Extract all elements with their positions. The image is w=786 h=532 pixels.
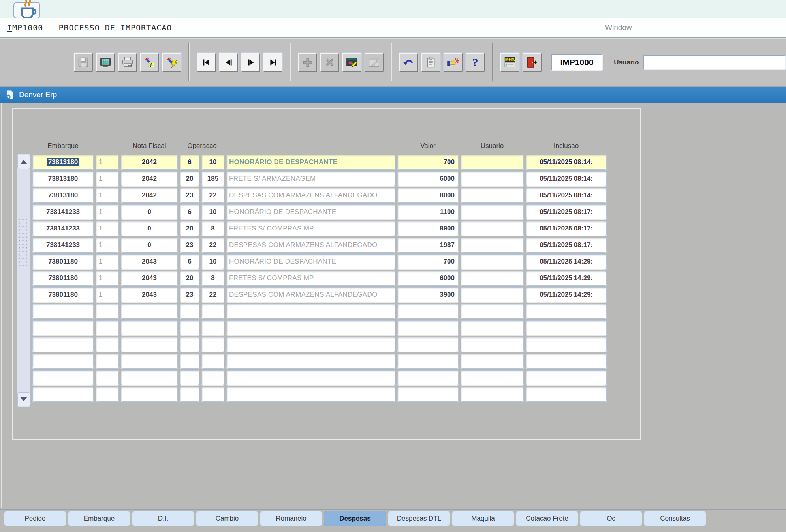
grid-cell-valor[interactable]: 1100 [397,204,459,219]
grid-cell-usuario[interactable] [461,171,524,186]
grid-cell-seq[interactable]: 1 [96,155,119,170]
tab-romaneio[interactable]: Romaneio [260,511,322,526]
grid-cell-embarque[interactable]: 738141233 [32,204,94,219]
grid-cell-seq[interactable]: 1 [96,254,119,269]
print-button[interactable] [118,53,137,72]
grid-cell-op1[interactable]: 20 [180,221,199,236]
grid-cell-op1[interactable]: 23 [180,287,199,302]
tab-d-i[interactable]: D.I. [132,511,194,526]
grid-cell-seq[interactable]: 1 [96,171,119,186]
last-record-button[interactable] [263,53,282,72]
scrollbar-thumb[interactable] [18,218,28,268]
grid-cell-nota-fiscal[interactable]: 2042 [121,188,178,203]
help-button[interactable]: ? [466,53,485,72]
grid-cell-empty[interactable] [121,370,178,385]
lock-record-button[interactable] [365,53,384,72]
grid-cell-empty[interactable] [96,337,119,352]
grid-cell-usuario[interactable] [461,155,524,170]
grid-cell-empty[interactable] [526,304,607,319]
grid-cell-seq[interactable]: 1 [96,271,119,286]
grid-cell-inclusao[interactable]: 05/11/2025 08:14: [526,171,607,186]
grid-cell-inclusao[interactable]: 05/11/2025 08:17: [526,204,607,219]
grid-cell-valor[interactable]: 6000 [397,171,459,186]
grid-cell-seq[interactable]: 1 [96,188,119,203]
grid-cell-op1[interactable]: 20 [180,171,199,186]
grid-cell-embarque[interactable]: 73813180 [32,171,94,186]
execute-query-button[interactable] [162,53,181,72]
grid-cell-op2[interactable]: 10 [201,204,224,219]
grid-cell-nota-fiscal[interactable]: 0 [121,221,178,236]
first-record-button[interactable] [197,53,216,72]
grid-cell-empty[interactable] [526,320,607,335]
scroll-down-button[interactable] [17,392,30,406]
grid-cell-empty[interactable] [96,354,119,369]
grid-cell-empty[interactable] [32,387,94,402]
scroll-up-button[interactable] [17,155,30,169]
grid-cell-op2[interactable]: 10 [201,254,224,269]
grid-cell-empty[interactable] [32,370,94,385]
grid-cell-inclusao[interactable]: 05/11/2025 14:29: [526,254,607,269]
grid-cell-embarque[interactable]: 73801180 [32,254,94,269]
grid-cell-inclusao[interactable]: 05/11/2025 08:14: [526,155,607,170]
grid-cell-usuario[interactable] [461,188,524,203]
grid-cell-embarque[interactable]: 73813180 [32,188,94,203]
grid-cell-embarque[interactable]: 73813180 [32,155,94,170]
grid-cell-op2[interactable]: 8 [201,271,224,286]
grid-cell-empty[interactable] [526,370,607,385]
module-code-field[interactable]: IMP1000 [551,54,603,71]
grid-cell-op2[interactable]: 22 [201,287,224,302]
grid-cell-empty[interactable] [32,320,94,335]
grid-cell-empty[interactable] [96,370,119,385]
grid-cell-empty[interactable] [201,370,224,385]
grid-cell-inclusao[interactable]: 05/11/2025 14:29: [526,271,607,286]
grid-cell-descricao[interactable]: FRETE S/ ARMAZENAGEM [226,171,395,186]
grid-cell-empty[interactable] [201,337,224,352]
java-applet-button[interactable] [13,2,40,19]
window-menu[interactable]: Window [605,23,632,32]
delete-record-button[interactable] [320,53,339,72]
grid-cell-descricao[interactable]: FRETES S/ COMPRAS MP [226,271,395,286]
grid-cell-descricao[interactable]: HONORÁRIO DE DESPACHANTE [226,204,395,219]
grid-cell-empty[interactable] [226,337,395,352]
grid-cell-op1[interactable]: 23 [180,238,199,253]
grid-cell-valor[interactable]: 8000 [397,188,459,203]
grid-cell-valor[interactable]: 8900 [397,221,459,236]
grid-cell-usuario[interactable] [461,238,524,253]
grid-cell-seq[interactable]: 1 [96,238,119,253]
grid-cell-usuario[interactable] [461,287,524,302]
grid-cell-inclusao[interactable]: 05/11/2025 14:29: [526,287,607,302]
grid-cell-valor[interactable]: 1987 [397,238,459,253]
grid-cell-valor[interactable]: 3900 [397,287,459,302]
grid-cell-seq[interactable]: 1 [96,221,119,236]
grid-cell-empty[interactable] [397,304,459,319]
grid-cell-empty[interactable] [526,387,607,402]
grid-cell-embarque[interactable]: 738141233 [32,238,94,253]
grid-cell-empty[interactable] [526,337,607,352]
grid-cell-embarque[interactable]: 738141233 [32,221,94,236]
grid-cell-empty[interactable] [461,370,524,385]
tab-maquila[interactable]: Maquila [452,511,514,526]
grid-cell-empty[interactable] [121,387,178,402]
grid-cell-valor[interactable]: 6000 [397,271,459,286]
insert-record-button[interactable] [298,53,317,72]
next-record-button[interactable] [241,53,260,72]
grid-cell-empty[interactable] [201,320,224,335]
grid-cell-empty[interactable] [201,387,224,402]
grid-cell-descricao[interactable]: DESPESAS COM ARMAZENS ALFANDEGADO [226,287,395,302]
grid-cell-nota-fiscal[interactable]: 0 [121,204,178,219]
grid-cell-op1[interactable]: 23 [180,188,199,203]
grid-cell-empty[interactable] [96,387,119,402]
grid-cell-empty[interactable] [397,320,459,335]
grid-cell-empty[interactable] [397,370,459,385]
grid-cell-embarque[interactable]: 73801180 [32,287,94,302]
grid-cell-op1[interactable]: 6 [180,254,199,269]
grid-cell-empty[interactable] [461,387,524,402]
cut-record-button[interactable] [444,53,463,72]
grid-cell-op2[interactable]: 10 [201,155,224,170]
grid-cell-empty[interactable] [226,387,395,402]
grid-cell-descricao[interactable]: FRETES S/ COMPRAS MP [226,221,395,236]
grid-cell-empty[interactable] [32,304,94,319]
tab-pedido[interactable]: Pedido [4,511,66,526]
grid-cell-empty[interactable] [96,304,119,319]
grid-cell-seq[interactable]: 1 [96,204,119,219]
